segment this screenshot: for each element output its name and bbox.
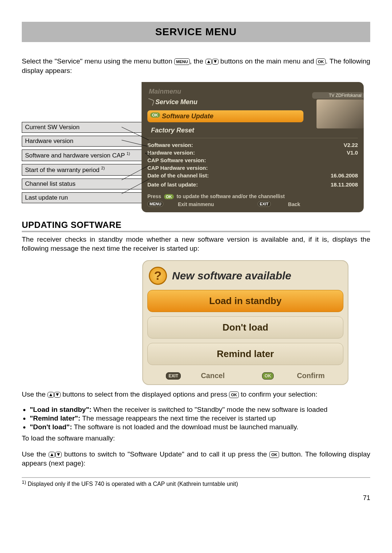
footer-hints: MENUExit mainmenu EXITBack xyxy=(147,201,358,207)
hint-text: Press OK to update the software and/or t… xyxy=(147,193,358,199)
paragraph: Use the buttons to switch to "Software U… xyxy=(22,450,370,468)
back-hint: EXITBack xyxy=(258,201,300,207)
text: to confirm your selection: xyxy=(241,390,317,398)
up-arrow-icon xyxy=(49,452,55,458)
callout-sw-version: Current SW Version xyxy=(22,122,145,133)
callout-hw-version: Hardware version xyxy=(22,136,145,147)
text: Press xyxy=(147,193,163,199)
list-item: "Load in standby": When the receiver is … xyxy=(30,406,370,414)
label: Back xyxy=(273,201,300,207)
text: The software is not loaded and the downl… xyxy=(72,423,298,431)
ok-button-icon: OK xyxy=(316,58,326,65)
table-row: CAP Software version: xyxy=(147,156,358,164)
channel-preview xyxy=(317,99,364,128)
text: Select the "Service" menu using the menu… xyxy=(22,57,174,65)
section-heading-updating: UPDATING SOFTWARE xyxy=(22,220,370,232)
up-arrow-icon xyxy=(205,59,212,65)
value: V2.22 xyxy=(344,142,358,148)
info-table: Software version:V2.22 Hardware version:… xyxy=(147,138,358,188)
down-arrow-icon xyxy=(55,452,62,458)
dialog-title: ? New software available xyxy=(147,265,343,290)
text: Displayed only if the UFS 740 is operate… xyxy=(26,481,238,487)
label: Date of the channel list: xyxy=(147,172,209,179)
table-row: Hardware version:V1.0 xyxy=(147,149,358,156)
callout-channel-list: Channel list status xyxy=(22,179,145,189)
text: buttons to switch to "Software Update" a… xyxy=(64,450,270,458)
options-list: "Load in standby": When the receiver is … xyxy=(30,406,370,431)
table-row: Date of the channel list:16.06.2008 xyxy=(147,172,358,179)
callout-last-update: Last update run xyxy=(22,192,145,203)
label: CAP Software version: xyxy=(147,157,206,163)
svg-marker-0 xyxy=(207,60,210,63)
table-row: CAP Hardware version: xyxy=(147,164,358,172)
sup: 1) xyxy=(22,479,26,485)
svg-marker-1 xyxy=(214,60,217,63)
service-menu-figure: Current SW Version Hardware version Soft… xyxy=(22,82,370,213)
value: V1.0 xyxy=(347,149,358,156)
label: Exit mainmenu xyxy=(163,201,214,207)
svg-marker-9 xyxy=(56,393,59,396)
label: CAP Hardware version: xyxy=(147,165,208,171)
option-remind-later[interactable]: Remind later xyxy=(147,343,343,365)
confirm-hint: OKConfirm xyxy=(262,372,325,380)
exit-pill-icon: EXIT xyxy=(258,201,271,207)
label: Date of last update: xyxy=(147,181,198,188)
label: Cancel xyxy=(183,372,225,380)
question-icon: ? xyxy=(149,267,167,285)
ok-button-icon: OK xyxy=(269,451,279,458)
paragraph: The receiver checks in standby mode whet… xyxy=(22,235,370,253)
exit-mainmenu-hint: MENUExit mainmenu xyxy=(147,201,214,207)
bold: "Remind later": xyxy=(30,414,80,422)
footnote: 1) Displayed only if the UFS 740 is oper… xyxy=(22,477,370,487)
down-arrow-icon xyxy=(54,392,61,398)
text: Use the xyxy=(22,390,48,398)
page-number: 71 xyxy=(22,494,370,502)
channel-badge: TV ZDFinfokanal xyxy=(312,92,364,99)
paragraph: To load the software manually: xyxy=(22,434,370,443)
text: Start of the warranty period xyxy=(25,167,101,173)
label: Software version: xyxy=(147,142,193,148)
svg-marker-8 xyxy=(49,393,52,396)
value: 16.06.2008 xyxy=(331,172,358,179)
menu-item-factory-reset[interactable]: Factory Reset xyxy=(147,125,303,136)
text: , the xyxy=(190,57,205,65)
label: Hardware version: xyxy=(147,149,195,156)
callout-cap-version: Software and hardware version CAP 1) xyxy=(22,149,145,161)
exit-pill-icon: EXIT xyxy=(166,372,181,380)
text: to update the software and/or the channe… xyxy=(175,193,285,199)
text: When the receiver is switched to "Standb… xyxy=(91,406,327,413)
label: New software available xyxy=(172,270,291,282)
cancel-hint: EXITCancel xyxy=(166,372,225,380)
ok-pill-icon: OK xyxy=(164,194,174,199)
text: buttons on the main menu and xyxy=(219,57,316,65)
bold: "Don't load": xyxy=(30,423,72,431)
svg-marker-11 xyxy=(57,453,60,456)
list-item: "Don't load": The software is not loaded… xyxy=(30,423,370,431)
option-load-standby[interactable]: Load in standby xyxy=(147,290,343,312)
text: buttons to select from the displayed opt… xyxy=(62,390,229,398)
label: Software Update xyxy=(162,112,213,120)
ok-button-icon: OK xyxy=(229,392,239,398)
menu-pill-icon: MENU xyxy=(147,201,163,207)
down-arrow-icon xyxy=(212,59,219,65)
option-dont-load[interactable]: Don't load xyxy=(147,316,343,339)
menu-item-software-update[interactable]: OK Software Update xyxy=(147,110,303,122)
table-row: Software version:V2.22 xyxy=(147,141,358,149)
text: The message reappears the next time the … xyxy=(80,414,275,422)
svg-marker-10 xyxy=(50,453,53,456)
paragraph: Use the buttons to select from the displ… xyxy=(22,390,370,399)
up-arrow-icon xyxy=(48,392,54,398)
service-menu-screenshot: Mainmenu Service Menu TV ZDFinfokanal OK… xyxy=(142,82,364,212)
menu-button-icon: MENU xyxy=(174,58,189,65)
text: Software and hardware version CAP xyxy=(25,152,126,159)
text: Use the xyxy=(22,450,49,458)
ok-pill-icon: OK xyxy=(150,112,160,118)
bold: "Load in standby": xyxy=(30,406,91,413)
sup: 1) xyxy=(126,151,130,156)
page-title: SERVICE MENU xyxy=(22,22,370,42)
callout-warranty: Start of the warranty period 2) xyxy=(22,164,145,176)
intro-paragraph: Select the "Service" menu using the menu… xyxy=(22,57,370,75)
label: Confirm xyxy=(279,372,325,380)
new-software-dialog: ? New software available Load in standby… xyxy=(142,260,348,385)
table-row: Date of last update:18.11.2008 xyxy=(147,181,358,188)
